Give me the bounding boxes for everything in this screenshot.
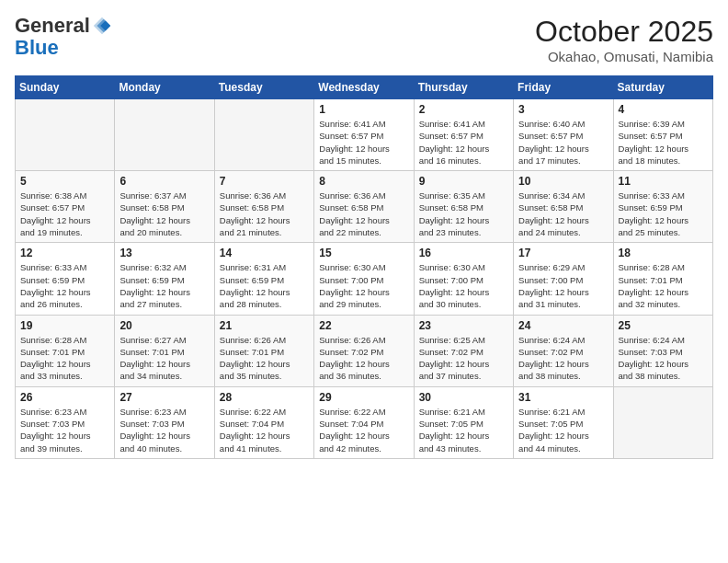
day-cell: 5Sunrise: 6:38 AM Sunset: 6:57 PM Daylig…	[16, 171, 115, 243]
day-info: Sunrise: 6:21 AM Sunset: 7:05 PM Dayligh…	[518, 406, 608, 454]
day-info: Sunrise: 6:28 AM Sunset: 7:01 PM Dayligh…	[20, 334, 109, 383]
col-header-monday: Monday	[115, 76, 214, 99]
week-row-4: 19Sunrise: 6:28 AM Sunset: 7:01 PM Dayli…	[16, 315, 713, 386]
day-cell: 19Sunrise: 6:28 AM Sunset: 7:01 PM Dayli…	[16, 315, 115, 386]
day-info: Sunrise: 6:41 AM Sunset: 6:57 PM Dayligh…	[419, 118, 508, 167]
day-cell: 20Sunrise: 6:27 AM Sunset: 7:01 PM Dayli…	[115, 315, 214, 386]
day-cell: 30Sunrise: 6:21 AM Sunset: 7:05 PM Dayli…	[414, 386, 513, 458]
day-number: 23	[419, 319, 508, 332]
day-info: Sunrise: 6:41 AM Sunset: 6:57 PM Dayligh…	[319, 118, 408, 167]
day-number: 15	[319, 247, 408, 259]
day-number: 28	[220, 391, 309, 404]
day-cell	[16, 99, 115, 171]
day-info: Sunrise: 6:22 AM Sunset: 7:04 PM Dayligh…	[220, 406, 309, 454]
day-cell: 6Sunrise: 6:37 AM Sunset: 6:58 PM Daylig…	[115, 171, 214, 243]
day-info: Sunrise: 6:24 AM Sunset: 7:02 PM Dayligh…	[518, 334, 608, 383]
day-info: Sunrise: 6:22 AM Sunset: 7:04 PM Dayligh…	[319, 406, 408, 454]
day-cell: 13Sunrise: 6:32 AM Sunset: 6:59 PM Dayli…	[115, 243, 214, 315]
day-cell: 31Sunrise: 6:21 AM Sunset: 7:05 PM Dayli…	[514, 386, 613, 458]
day-info: Sunrise: 6:37 AM Sunset: 6:58 PM Dayligh…	[119, 190, 209, 238]
calendar-header-row: SundayMondayTuesdayWednesdayThursdayFrid…	[16, 76, 713, 99]
day-number: 6	[119, 175, 209, 188]
day-cell: 12Sunrise: 6:33 AM Sunset: 6:59 PM Dayli…	[16, 243, 115, 315]
day-info: Sunrise: 6:33 AM Sunset: 6:59 PM Dayligh…	[619, 190, 708, 238]
day-info: Sunrise: 6:28 AM Sunset: 7:01 PM Dayligh…	[619, 261, 708, 310]
day-info: Sunrise: 6:38 AM Sunset: 6:57 PM Dayligh…	[20, 190, 109, 238]
day-cell: 26Sunrise: 6:23 AM Sunset: 7:03 PM Dayli…	[16, 386, 115, 458]
day-info: Sunrise: 6:26 AM Sunset: 7:02 PM Dayligh…	[319, 334, 408, 383]
day-number: 8	[319, 175, 408, 188]
day-cell: 3Sunrise: 6:40 AM Sunset: 6:57 PM Daylig…	[514, 99, 613, 171]
day-cell: 28Sunrise: 6:22 AM Sunset: 7:04 PM Dayli…	[214, 386, 313, 458]
day-number: 29	[319, 391, 408, 404]
day-info: Sunrise: 6:33 AM Sunset: 6:59 PM Dayligh…	[20, 261, 109, 310]
day-cell: 23Sunrise: 6:25 AM Sunset: 7:02 PM Dayli…	[414, 315, 513, 386]
day-cell: 9Sunrise: 6:35 AM Sunset: 6:58 PM Daylig…	[414, 171, 513, 243]
day-info: Sunrise: 6:24 AM Sunset: 7:03 PM Dayligh…	[619, 334, 708, 383]
day-cell: 10Sunrise: 6:34 AM Sunset: 6:58 PM Dayli…	[514, 171, 613, 243]
day-info: Sunrise: 6:26 AM Sunset: 7:01 PM Dayligh…	[220, 334, 309, 383]
col-header-wednesday: Wednesday	[314, 76, 414, 99]
day-number: 27	[119, 391, 209, 404]
week-row-2: 5Sunrise: 6:38 AM Sunset: 6:57 PM Daylig…	[16, 171, 713, 243]
day-info: Sunrise: 6:34 AM Sunset: 6:58 PM Dayligh…	[518, 190, 608, 238]
logo-general: General	[15, 15, 90, 37]
col-header-tuesday: Tuesday	[214, 76, 313, 99]
day-number: 9	[419, 175, 508, 188]
day-info: Sunrise: 6:27 AM Sunset: 7:01 PM Dayligh…	[119, 334, 209, 383]
col-header-friday: Friday	[514, 76, 613, 99]
month-title: October 2025	[535, 15, 713, 49]
day-cell: 2Sunrise: 6:41 AM Sunset: 6:57 PM Daylig…	[414, 99, 513, 171]
day-number: 21	[220, 319, 309, 332]
day-info: Sunrise: 6:21 AM Sunset: 7:05 PM Dayligh…	[419, 406, 508, 454]
day-cell: 14Sunrise: 6:31 AM Sunset: 6:59 PM Dayli…	[214, 243, 313, 315]
col-header-sunday: Sunday	[16, 76, 115, 99]
location: Okahao, Omusati, Namibia	[535, 49, 713, 64]
day-number: 2	[419, 103, 508, 116]
day-cell: 7Sunrise: 6:36 AM Sunset: 6:58 PM Daylig…	[214, 171, 313, 243]
day-number: 5	[20, 175, 109, 188]
day-cell: 22Sunrise: 6:26 AM Sunset: 7:02 PM Dayli…	[314, 315, 414, 386]
day-cell: 21Sunrise: 6:26 AM Sunset: 7:01 PM Dayli…	[214, 315, 313, 386]
calendar-table: SundayMondayTuesdayWednesdayThursdayFrid…	[15, 75, 713, 459]
day-info: Sunrise: 6:25 AM Sunset: 7:02 PM Dayligh…	[419, 334, 508, 383]
day-number: 31	[518, 391, 608, 404]
week-row-3: 12Sunrise: 6:33 AM Sunset: 6:59 PM Dayli…	[16, 243, 713, 315]
calendar-body: 1Sunrise: 6:41 AM Sunset: 6:57 PM Daylig…	[16, 99, 713, 459]
day-number: 22	[319, 319, 408, 332]
day-info: Sunrise: 6:30 AM Sunset: 7:00 PM Dayligh…	[319, 261, 408, 310]
day-number: 18	[619, 247, 708, 259]
week-row-1: 1Sunrise: 6:41 AM Sunset: 6:57 PM Daylig…	[16, 99, 713, 171]
day-number: 16	[419, 247, 508, 259]
day-cell	[613, 386, 712, 458]
week-row-5: 26Sunrise: 6:23 AM Sunset: 7:03 PM Dayli…	[16, 386, 713, 458]
day-number: 26	[20, 391, 109, 404]
day-info: Sunrise: 6:36 AM Sunset: 6:58 PM Dayligh…	[319, 190, 408, 238]
day-cell: 16Sunrise: 6:30 AM Sunset: 7:00 PM Dayli…	[414, 243, 513, 315]
day-number: 19	[20, 319, 109, 332]
day-cell: 8Sunrise: 6:36 AM Sunset: 6:58 PM Daylig…	[314, 171, 414, 243]
day-number: 1	[319, 103, 408, 116]
day-number: 30	[419, 391, 508, 404]
day-number: 13	[119, 247, 209, 259]
day-info: Sunrise: 6:36 AM Sunset: 6:58 PM Dayligh…	[220, 190, 309, 238]
day-number: 24	[518, 319, 608, 332]
day-number: 3	[518, 103, 608, 116]
day-cell: 4Sunrise: 6:39 AM Sunset: 6:57 PM Daylig…	[613, 99, 712, 171]
day-cell: 27Sunrise: 6:23 AM Sunset: 7:03 PM Dayli…	[115, 386, 214, 458]
day-number: 14	[220, 247, 309, 259]
day-number: 12	[20, 247, 109, 259]
day-number: 17	[518, 247, 608, 259]
day-cell: 18Sunrise: 6:28 AM Sunset: 7:01 PM Dayli…	[613, 243, 712, 315]
title-block: October 2025 Okahao, Omusati, Namibia	[535, 15, 713, 64]
day-info: Sunrise: 6:30 AM Sunset: 7:00 PM Dayligh…	[419, 261, 508, 310]
logo-blue: Blue	[15, 36, 59, 59]
day-info: Sunrise: 6:23 AM Sunset: 7:03 PM Dayligh…	[20, 406, 109, 454]
day-cell: 29Sunrise: 6:22 AM Sunset: 7:04 PM Dayli…	[314, 386, 414, 458]
day-cell	[214, 99, 313, 171]
day-info: Sunrise: 6:40 AM Sunset: 6:57 PM Dayligh…	[518, 118, 608, 167]
col-header-saturday: Saturday	[613, 76, 712, 99]
day-number: 20	[119, 319, 209, 332]
day-number: 25	[619, 319, 708, 332]
page: General Blue October 2025 Okahao, Omusat…	[0, 0, 728, 563]
